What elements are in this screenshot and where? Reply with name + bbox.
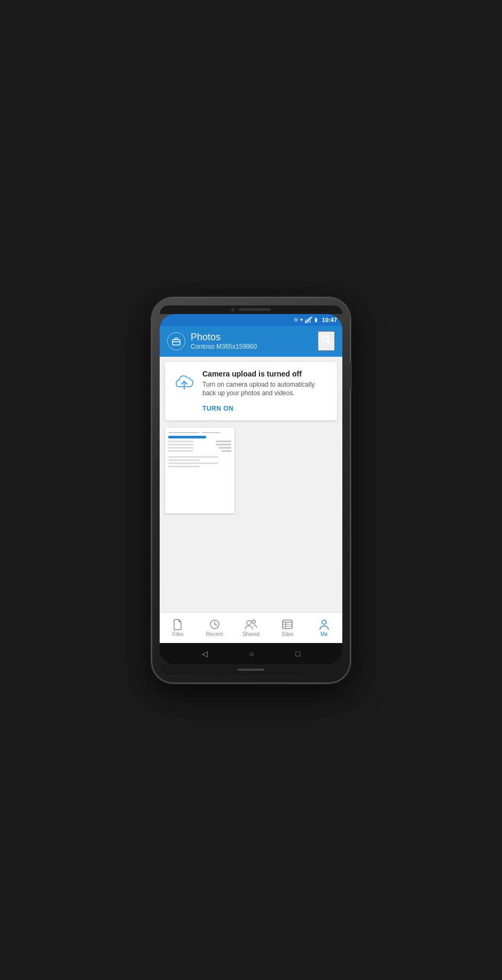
nav-item-sites[interactable]: Sites <box>269 613 305 643</box>
doc-line-blue <box>168 436 206 438</box>
status-time: 10:47 <box>322 317 337 323</box>
app-bar: Photos Contoso M365x159960 <box>160 326 342 357</box>
files-icon <box>172 618 183 630</box>
doc-row-4 <box>168 450 231 452</box>
doc-thumbnail[interactable] <box>165 428 234 513</box>
doc-thumb-inner <box>165 428 234 473</box>
me-icon <box>318 618 330 630</box>
app-bar-left: Photos Contoso M365x159960 <box>167 332 257 351</box>
search-button[interactable] <box>318 331 335 351</box>
doc-row-2 <box>168 444 231 445</box>
doc-line-1 <box>168 456 218 458</box>
doc-row-3 <box>168 447 231 449</box>
svg-line-8 <box>328 341 331 344</box>
dnd-icon: ⊖ <box>294 317 298 323</box>
search-icon <box>321 334 332 345</box>
wifi-icon: ▾ <box>300 317 303 323</box>
briefcase-icon <box>171 336 181 346</box>
phone-top <box>160 305 342 314</box>
svg-point-12 <box>252 620 255 623</box>
cloud-upload-icon-wrap <box>174 372 195 395</box>
sites-icon <box>281 618 293 630</box>
card-title: Camera upload is turned off <box>202 370 328 378</box>
phone-screen: ⊖ ▾ ▮ 10:47 <box>160 314 342 664</box>
doc-row-1 <box>168 441 231 442</box>
front-camera <box>231 308 234 311</box>
doc-line-3 <box>168 462 218 464</box>
app-bar-titles: Photos Contoso M365x159960 <box>191 332 257 351</box>
cloud-upload-icon <box>174 372 195 393</box>
nav-item-shared[interactable]: Shared <box>233 613 269 643</box>
nav-item-me[interactable]: Me <box>306 613 342 643</box>
nav-label-shared: Shared <box>242 631 260 637</box>
phone-bottom <box>160 664 342 675</box>
card-text: Camera upload is turned off Turn on came… <box>202 370 328 413</box>
bottom-nav: Files Recent Shared <box>160 612 342 643</box>
nav-label-files: Files <box>172 631 184 637</box>
nav-item-files[interactable]: Files <box>160 613 196 643</box>
home-indicator <box>238 669 264 671</box>
card-inner: Camera upload is turned off Turn on came… <box>174 370 328 413</box>
android-nav-bar: ◁ ○ □ <box>160 643 342 664</box>
svg-rect-3 <box>310 317 311 323</box>
nav-label-sites: Sites <box>281 631 293 637</box>
home-button[interactable]: ○ <box>249 649 254 658</box>
speaker-grille <box>239 308 271 311</box>
app-bar-title: Photos <box>191 332 257 343</box>
nav-label-recent: Recent <box>206 631 223 637</box>
doc-grid <box>160 425 342 516</box>
camera-upload-card: Camera upload is turned off Turn on came… <box>165 362 337 421</box>
shared-icon <box>245 618 257 630</box>
nav-label-me: Me <box>320 631 328 637</box>
card-description: Turn on camera upload to automatically b… <box>202 380 328 398</box>
turn-on-button[interactable]: TURN ON <box>202 405 233 412</box>
recents-button[interactable]: □ <box>296 649 300 658</box>
svg-point-18 <box>322 620 326 624</box>
main-content: Camera upload is turned off Turn on came… <box>160 357 342 612</box>
battery-icon: ▮ <box>315 317 318 323</box>
status-icons: ⊖ ▾ ▮ 10:47 <box>294 317 337 323</box>
back-button[interactable]: ◁ <box>202 649 208 658</box>
svg-point-11 <box>247 621 251 625</box>
app-icon-circle[interactable] <box>167 332 185 350</box>
doc-line-2 <box>168 459 200 461</box>
status-bar: ⊖ ▾ ▮ 10:47 <box>160 314 342 326</box>
app-bar-subtitle: Contoso M365x159960 <box>191 343 257 350</box>
doc-line-4 <box>168 466 200 467</box>
recent-icon <box>209 618 221 630</box>
signal-icon <box>305 317 312 323</box>
svg-rect-5 <box>172 340 180 345</box>
nav-item-recent[interactable]: Recent <box>196 613 232 643</box>
